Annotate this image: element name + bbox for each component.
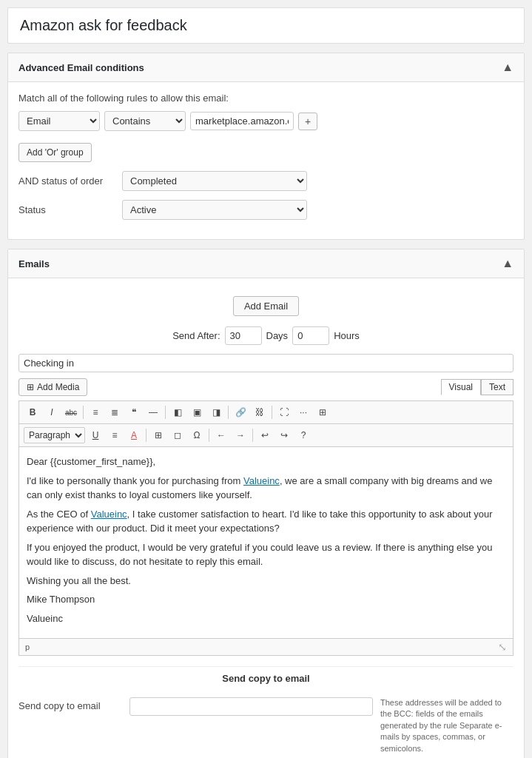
advanced-conditions-header: Advanced Email conditions ▲ [8, 53, 524, 82]
toolbar-sep-4 [272, 406, 272, 419]
hours-input[interactable] [292, 326, 329, 345]
strikethrough-button[interactable]: abc [62, 404, 80, 420]
underline-button[interactable]: U [87, 427, 104, 443]
unlink-button[interactable]: ⛓ [251, 404, 269, 420]
fullscreen-button[interactable]: ⛶ [275, 404, 293, 420]
outdent-button[interactable]: ← [212, 427, 230, 443]
unordered-list-button[interactable]: ≡ [87, 404, 104, 420]
paragraph-select[interactable]: Paragraph Heading 1 Heading 2 [24, 427, 85, 443]
order-status-label: AND status of order [18, 175, 115, 187]
add-media-button[interactable]: ⊞ Add Media [18, 378, 87, 396]
status-row: Status Active Inactive [18, 200, 514, 220]
send-after-row: Send After: Days Hours [18, 326, 514, 345]
editor-para-2: As the CEO of Valueinc, I take customer … [27, 507, 505, 536]
add-media-label: Add Media [37, 382, 79, 392]
valueinc-link-2[interactable]: Valueinc [91, 509, 127, 520]
add-media-bar: ⊞ Add Media Visual Text [18, 378, 514, 396]
add-rule-button[interactable]: + [298, 113, 317, 130]
send-copy-email-input[interactable] [129, 697, 373, 716]
collapse-toggle-icon[interactable]: ▲ [502, 61, 514, 74]
toolbar-sep-2 [165, 406, 166, 419]
subject-input[interactable] [18, 354, 514, 372]
align-left-button[interactable]: ◧ [169, 404, 186, 420]
visual-tab[interactable]: Visual [441, 379, 481, 395]
send-after-label: Send After: [172, 330, 220, 341]
justify-button[interactable]: ≡ [106, 427, 124, 443]
add-or-group-button[interactable]: Add 'Or' group [18, 143, 92, 162]
send-copy-note: These addresses will be added to the BCC… [380, 697, 514, 754]
editor-para-1: I'd like to personally thank you for pur… [27, 474, 505, 503]
emails-collapse-icon[interactable]: ▲ [502, 257, 514, 270]
add-media-icon: ⊞ [27, 382, 34, 392]
align-center-button[interactable]: ▣ [188, 404, 206, 420]
hr-button[interactable]: — [144, 404, 162, 420]
italic-button[interactable]: I [43, 404, 61, 420]
days-label: Days [266, 330, 289, 341]
condition-select[interactable]: Contains Does not contain Is Is not [104, 111, 186, 131]
send-copy-header: Send copy to email [18, 666, 514, 690]
valueinc-link-1[interactable]: Valueinc [243, 475, 280, 486]
toolbar-sep-5 [146, 429, 147, 442]
emails-header: Emails ▲ [8, 249, 524, 278]
match-label: Match all of the following rules to allo… [18, 93, 514, 104]
ordered-list-button[interactable]: ≣ [106, 404, 124, 420]
emails-title: Emails [18, 258, 50, 269]
send-copy-email-label: Send copy to email [18, 697, 122, 711]
toolbar-sep-3 [228, 406, 229, 419]
page-wrapper: Amazon ask for feedback Advanced Email c… [0, 0, 532, 758]
editor-tag: p [25, 643, 30, 651]
insert-table-button[interactable]: ⊞ [149, 427, 167, 443]
eraser-button[interactable]: ◻ [169, 427, 186, 443]
toolbar-row-1: B I abc ≡ ≣ ❝ — ◧ ▣ ◨ 🔗 ⛓ ⛶ ··· ⊞ [18, 400, 514, 423]
send-copy-section: Send copy to email Send copy to email Th… [18, 666, 514, 758]
status-label: Status [18, 204, 115, 215]
bold-button[interactable]: B [24, 404, 41, 420]
active-select[interactable]: Active Inactive [122, 200, 307, 220]
align-right-button[interactable]: ◨ [207, 404, 225, 420]
page-title-bar: Amazon ask for feedback [7, 7, 525, 44]
advanced-conditions-title: Advanced Email conditions [18, 62, 144, 73]
editor-name: Mike Thompson [27, 592, 505, 607]
indent-button[interactable]: → [232, 427, 249, 443]
advanced-conditions-body: Match all of the following rules to allo… [8, 82, 524, 239]
blockquote-button[interactable]: ❝ [125, 404, 143, 420]
more-button[interactable]: ··· [294, 404, 312, 420]
editor-salutation: Dear {{customer_first_name}}, [27, 455, 505, 469]
order-status-row: AND status of order Completed Processing… [18, 171, 514, 191]
editor-area[interactable]: Dear {{customer_first_name}}, I'd like t… [18, 446, 514, 639]
toolbar-sep-1 [83, 406, 84, 419]
send-copy-email-row: Send copy to email These addresses will … [18, 697, 514, 754]
page-title: Amazon ask for feedback [20, 17, 512, 34]
rule-row: Email Subject From Contains Does not con… [18, 111, 514, 131]
emails-body: Add Email Send After: Days Hours ⊞ Add M… [8, 278, 524, 758]
emails-section: Emails ▲ Add Email Send After: Days Hour… [7, 249, 525, 758]
editor-para-4: Wishing you all the best. [27, 574, 505, 588]
editor-bottom-bar: p ⤡ [18, 639, 514, 656]
hours-label: Hours [334, 330, 360, 341]
add-email-button[interactable]: Add Email [233, 296, 299, 316]
days-input[interactable] [225, 326, 262, 345]
order-status-select[interactable]: Completed Processing On Hold Cancelled [122, 171, 307, 191]
editor-company: Valueinc [27, 611, 505, 626]
link-button[interactable]: 🔗 [232, 404, 249, 420]
redo-button[interactable]: ↪ [275, 427, 293, 443]
field-select[interactable]: Email Subject From [18, 111, 100, 131]
toolbar-sep-6 [209, 429, 209, 442]
undo-button[interactable]: ↩ [256, 427, 274, 443]
rule-value-input[interactable] [190, 112, 294, 130]
color-button[interactable]: A [125, 427, 143, 443]
visual-text-tabs: Visual Text [441, 379, 514, 395]
help-button[interactable]: ? [294, 427, 312, 443]
toolbar-row-2: Paragraph Heading 1 Heading 2 U ≡ A ⊞ ◻ … [18, 423, 514, 446]
add-email-row: Add Email [18, 289, 514, 326]
resize-handle-icon[interactable]: ⤡ [498, 641, 507, 653]
advanced-conditions-section: Advanced Email conditions ▲ Match all of… [7, 53, 525, 240]
toolbar-sep-7 [252, 429, 253, 442]
send-copy-input-wrapper [129, 697, 373, 716]
grid-button[interactable]: ⊞ [314, 404, 331, 420]
editor-para-3: If you enjoyed the product, I would be v… [27, 540, 505, 569]
special-char-button[interactable]: Ω [188, 427, 206, 443]
text-tab[interactable]: Text [481, 379, 514, 395]
